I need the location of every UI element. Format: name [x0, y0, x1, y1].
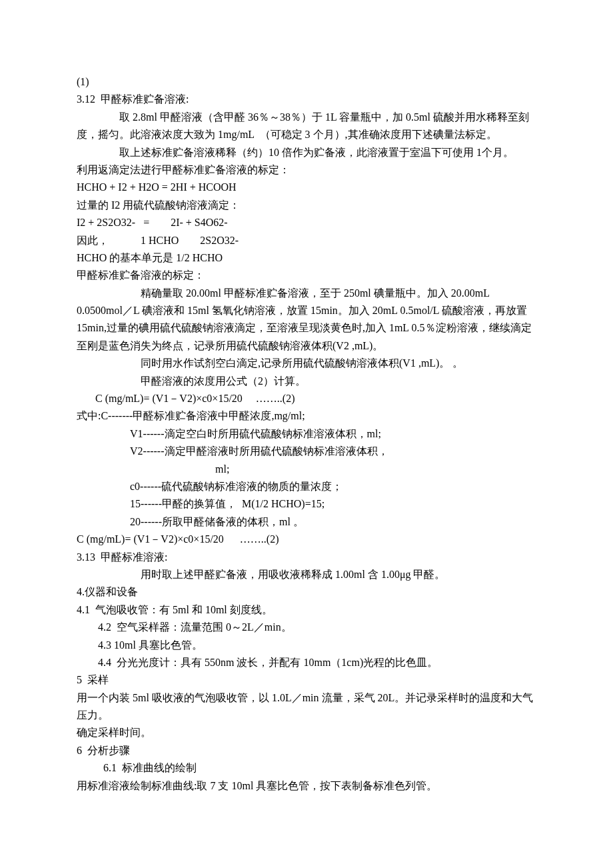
text-line: 6 分析步骤 [77, 742, 536, 759]
text-line: 4.4 分光光度计：具有 550nm 波长，并配有 10mm（1cm)光程的比色… [77, 654, 536, 671]
text-line: 4.1 气泡吸收管：有 5ml 和 10ml 刻度线。 [77, 601, 536, 619]
text-line: 20------所取甲醛储备液的体积，ml 。 [77, 513, 536, 531]
text-line: 4.2 空气采样器：流量范围 0～2L／min。 [77, 619, 536, 636]
text-line: 式中:C-------甲醛标准贮备溶液中甲醛浓度,mg/ml; [77, 407, 536, 425]
text-line: c0------硫代硫酸钠标准溶液的物质的量浓度； [77, 478, 536, 495]
text-line: V1------滴定空白时所用硫代硫酸钠标准溶液体积，ml; [77, 425, 536, 443]
text-line: 甲醛标准贮备溶液的标定： [77, 267, 536, 284]
text-line: 甲醛溶液的浓度用公式（2）计算。 [77, 373, 536, 390]
text-line: 精确量取 20.00ml 甲醛标准贮备溶液，至于 250ml 碘量瓶中。加入 2… [77, 285, 536, 355]
text-line: 过量的 I2 用硫代硫酸钠溶液滴定： [77, 197, 536, 214]
text-line: 取上述标准贮备溶液稀释（约）10 倍作为贮备液，此溶液置于室温下可使用 1个月。 [77, 144, 536, 161]
text-line: HCHO + I2 + H2O = 2HI + HCOOH [77, 179, 536, 196]
text-line: 6.1 标准曲线的绘制 [77, 759, 536, 777]
text-line: 4.3 10ml 具塞比色管。 [77, 637, 536, 654]
text-line: 因此， 1 HCHO 2S2O32- [77, 232, 536, 249]
text-line: C (mg/mL)= (V1－V2)×c0×15/20 ……..(2) [77, 390, 536, 407]
text-line: 3.12 甲醛标准贮备溶液: [77, 91, 536, 108]
text-line: 4.仪器和设备 [77, 583, 536, 601]
text-line: I2 + 2S2O32- = 2I- + S4O62- [77, 214, 536, 231]
text-line: 5 采样 [77, 671, 536, 689]
text-line: 3.13 甲醛标准溶液: [77, 549, 536, 566]
text-line: 取 2.8ml 甲醛溶液（含甲醛 36％～38％）于 1L 容量瓶中，加 0.5… [77, 109, 536, 144]
text-line: ml; [77, 461, 536, 478]
document-page: (1) 3.12 甲醛标准贮备溶液: 取 2.8ml 甲醛溶液（含甲醛 36％～… [0, 0, 613, 868]
text-line: 15------甲醛的换算值， M(1/2 HCHO)=15; [77, 495, 536, 513]
text-line: (1) [77, 73, 536, 91]
text-line: 用一个内装 5ml 吸收液的气泡吸收管，以 1.0L／min 流量，采气 20L… [77, 689, 536, 725]
text-line: 同时用水作试剂空白滴定,记录所用硫代硫酸钠溶液体积(V1 ,mL)。 。 [77, 355, 536, 372]
text-line: 确定采样时间。 [77, 724, 536, 741]
text-line: V2------滴定甲醛溶液时所用硫代硫酸钠标准溶液体积， [77, 443, 536, 460]
text-line: 用时取上述甲醛贮备液，用吸收液稀释成 1.00ml 含 1.00μg 甲醛。 [77, 566, 536, 583]
text-line: 用标准溶液绘制标准曲线:取 7 支 10ml 具塞比色管，按下表制备标准色列管。 [77, 777, 536, 795]
text-line: HCHO 的基本单元是 1/2 HCHO [77, 249, 536, 267]
text-line: C (mg/mL)= (V1－V2)×c0×15/20 ……..(2) [77, 531, 536, 548]
text-line: 利用返滴定法进行甲醛标准贮备溶液的标定： [77, 161, 536, 179]
